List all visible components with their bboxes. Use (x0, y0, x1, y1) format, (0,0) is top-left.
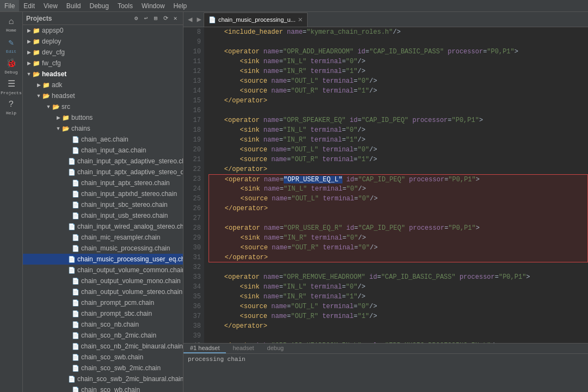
menu-help[interactable]: Help (169, 0, 192, 11)
projects-toolbar: ⚙ ↩ ⊞ ⟳ ✕ (132, 14, 180, 23)
tree-item-chains[interactable]: ▼ 📂 chains (23, 123, 183, 134)
tree-item-headset[interactable]: ▼ 📂 headset (23, 69, 183, 79)
line-num-28: 28 (183, 223, 201, 233)
bottom-content: processing chain (183, 354, 588, 392)
tree-item-dev_cfg[interactable]: ▶ 📁 dev_cfg (23, 47, 183, 58)
code-line-17: <operator name="OPR_SPEAKER_EQ" id="CAP_… (209, 115, 588, 125)
tree-item-fw_cfg[interactable]: ▶ 📁 fw_cfg (23, 58, 183, 69)
folder-icon: 📁 (33, 60, 40, 67)
editor-tab-active[interactable]: 📄 chain_music_processing_u... ✕ (204, 13, 308, 27)
tab-nav-next[interactable]: ▶ (194, 15, 203, 24)
tree-item-chain-output-vol-stereo[interactable]: ▶ 📄 chain_output_volume_stereo.chain (23, 286, 183, 297)
sidebar-icon-home[interactable]: ⌂ Home (1, 14, 22, 35)
tree-label: chain_input_usb_stereo.chain (81, 212, 168, 219)
tree-label: chain_input_aac.chain (81, 146, 146, 154)
tree-item-headset2[interactable]: ▼ 📂 headset (23, 90, 183, 101)
menu-window[interactable]: Window (137, 0, 169, 11)
file-icon: 📄 (68, 376, 76, 383)
tree-item-chain-aptx-stereo[interactable]: ▶ 📄 chain_input_aptx_stereo.chain (23, 177, 183, 188)
tree-item-chain-sco-swb-2mic[interactable]: ▶ 📄 chain_sco_swb_2mic.chain (23, 363, 183, 373)
code-line-18: <sink name="IN_L" terminal="0"/> (209, 125, 588, 135)
tree-item-chain-sco-nb-2mic-binaural[interactable]: ▶ 📄 chain_sco_nb_2mic_binaural.chain (23, 341, 183, 352)
bottom-tab-debug[interactable]: debug (261, 344, 291, 353)
toolbar-btn-close[interactable]: ✕ (171, 14, 180, 23)
sidebar-icon-help[interactable]: ? Help (1, 97, 22, 118)
tree-item-chain-sco-wb[interactable]: ▶ 📄 chain_sco_wb.chain (23, 384, 183, 392)
bottom-tab-1[interactable]: #1 headset (183, 344, 226, 353)
menu-edit[interactable]: Edit (19, 0, 39, 11)
tree-item-chain-mic-resampler[interactable]: ▶ 📄 chain_mic_resampler.chain (23, 232, 183, 243)
toolbar-btn-collapse[interactable]: ↩ (142, 14, 150, 23)
projects-panel: Projects ⚙ ↩ ⊞ ⟳ ✕ ▶ 📁 appsp0 ▶ 📁 deploy (23, 12, 183, 392)
tree-item-chain-sco-nb-2mic[interactable]: ▶ 📄 chain_sco_nb_2mic.chain (23, 330, 183, 341)
line-num-25: 25 (183, 194, 201, 204)
tree-item-chain-music-processing-user-eq[interactable]: ▶ 📄 chain_music_processing_user_eq.chain (23, 254, 183, 265)
line-num-24: 24 (183, 184, 201, 194)
file-icon: 📄 (72, 191, 79, 198)
sidebar-icon-projects[interactable]: ☰ Projects (1, 76, 22, 97)
bottom-tab-headset[interactable]: headset (226, 344, 260, 353)
line-num-30: 30 (183, 243, 201, 253)
code-line-23: <operator name="OPR_USER_EQ_L" id="CAP_I… (209, 174, 588, 184)
tree-item-adk[interactable]: ▶ 📁 adk (23, 79, 183, 90)
tree-item-chain-wired-analog[interactable]: ▶ 📄 chain_input_wired_analog_stereo.chai… (23, 221, 183, 232)
tree-item-buttons[interactable]: ▶ 📁 buttons (23, 112, 183, 123)
menu-file[interactable]: File (0, 0, 19, 11)
tree-item-chain-output-vol-mono[interactable]: ▶ 📄 chain_output_volume_mono.chain (23, 275, 183, 286)
code-editor[interactable]: 8 9 10 11 12 13 14 15 16 17 18 19 20 21 … (183, 27, 588, 343)
code-line-19: <sink name="IN_R" terminal="1"/> (209, 135, 588, 145)
projects-title: Projects (26, 15, 52, 22)
tab-nav-prev[interactable]: ◀ (186, 15, 194, 24)
tree-item-chain-prompt-sbc[interactable]: ▶ 📄 chain_prompt_sbc.chain (23, 308, 183, 319)
tree-item-chain-output-vol-common[interactable]: ▶ 📄 chain_output_volume_common.chain (23, 265, 183, 275)
tree-label-appsp0: appsp0 (42, 27, 63, 34)
toolbar-btn-expand[interactable]: ⊞ (151, 14, 160, 23)
toolbar-btn-sync[interactable]: ⟳ (161, 14, 170, 23)
tree-label-selected: chain_music_processing_user_eq.chain (77, 255, 183, 263)
tree-item-src[interactable]: ▼ 📂 src (23, 101, 183, 112)
tree-item-chain-sco-swb[interactable]: ▶ 📄 chain_sco_swb.chain (23, 352, 183, 363)
tree-item-chain-aptx-adaptive-q2q[interactable]: ▶ 📄 chain_input_aptx_adaptive_stereo_q2q… (23, 167, 183, 177)
bottom-panel: #1 headset headset debug processing chai… (183, 343, 588, 392)
tree-label: chain_input_aptxhd_stereo.chain (81, 190, 177, 198)
sidebar-icon-edit[interactable]: ✎ Edit (1, 35, 22, 56)
tree-item-chain-sbc[interactable]: ▶ 📄 chain_input_sbc_stereo.chain (23, 199, 183, 210)
tree-item-deploy[interactable]: ▶ 📁 deploy (23, 36, 183, 47)
tree-item-chain-aac[interactable]: ▶ 📄 chain_input_aac.chain (23, 145, 183, 156)
line-num-37: 37 (183, 311, 201, 321)
tree-item-appsp0[interactable]: ▶ 📁 appsp0 (23, 25, 183, 36)
tab-close-button[interactable]: ✕ (298, 16, 303, 23)
folder-icon: 📁 (33, 49, 40, 56)
menu-view[interactable]: View (39, 0, 62, 11)
tree-item-chain-aptx-adaptive[interactable]: ▶ 📄 chain_input_aptx_adaptive_stereo.cha… (23, 156, 183, 167)
code-line-38: </operator> (209, 321, 588, 331)
code-line-32 (209, 262, 588, 272)
home-icon: ⌂ (9, 17, 14, 27)
code-line-37: <source name="OUT_R" terminal="1"/> (209, 311, 588, 321)
tree-label: chain_aec.chain (81, 136, 128, 143)
tree-item-chain-prompt-pcm[interactable]: ▶ 📄 chain_prompt_pcm.chain (23, 297, 183, 308)
code-line-33: <operator name="OPR_REMOVE_HEADROOM" id=… (209, 272, 588, 282)
file-icon: 📄 (72, 212, 79, 219)
line-num-32: 32 (183, 262, 201, 272)
line-num-29: 29 (183, 233, 201, 243)
line-num-14: 14 (183, 86, 201, 96)
tree-item-chain-usb-stereo[interactable]: ▶ 📄 chain_input_usb_stereo.chain (23, 210, 183, 221)
tab-label: chain_music_processing_u... (218, 16, 296, 23)
menu-debug[interactable]: Debug (85, 0, 113, 11)
line-num-31: 31 (183, 253, 201, 262)
code-content[interactable]: <include_header name="kymera_chain_roles… (204, 27, 588, 343)
projects-header: Projects ⚙ ↩ ⊞ ⟳ ✕ (23, 12, 183, 25)
tree-item-chain-aec[interactable]: ▶ 📄 chain_aec.chain (23, 134, 183, 145)
line-num-23: 23 (183, 174, 201, 184)
tree-item-chain-sco-nb[interactable]: ▶ 📄 chain_sco_nb.chain (23, 319, 183, 330)
sidebar-icon-debug[interactable]: 🐞 Debug (1, 56, 22, 76)
menu-tools[interactable]: Tools (113, 0, 137, 11)
menu-build[interactable]: Build (62, 0, 85, 11)
tree-item-chain-aptxhd[interactable]: ▶ 📄 chain_input_aptxhd_stereo.chain (23, 188, 183, 199)
tree-item-chain-music-processing[interactable]: ▶ 📄 chain_music_processing.chain (23, 243, 183, 254)
tree-item-chain-sco-swb-2mic-binaural[interactable]: ▶ 📄 chain_sco_swb_2mic_binaural.chain (23, 373, 183, 384)
tab-bar: ◀ ▶ 📄 chain_music_processing_u... ✕ (183, 12, 588, 27)
line-num-35: 35 (183, 292, 201, 302)
toolbar-btn-settings[interactable]: ⚙ (132, 14, 140, 23)
